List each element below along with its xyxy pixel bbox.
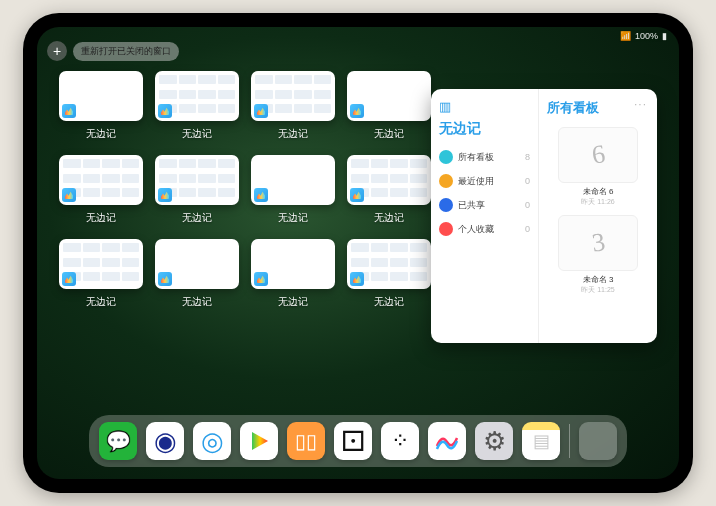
wifi-icon: 📶 (620, 31, 631, 41)
status-bar: 📶 100% ▮ (620, 31, 667, 41)
sidebar-item-label: 所有看板 (458, 151, 494, 164)
sidebar-item-label: 个人收藏 (458, 223, 494, 236)
window-thumbnail-label: 无边记 (374, 295, 404, 309)
window-thumbnail-label: 无边记 (182, 127, 212, 141)
freeform-app-icon (254, 272, 268, 286)
sidebar-item-count: 0 (525, 200, 530, 210)
board-timestamp: 昨天 11:26 (581, 197, 614, 207)
panel-content: 所有看板 6未命名 6昨天 11:263未命名 3昨天 11:25 (539, 89, 657, 343)
window-thumbnail-label: 无边记 (374, 127, 404, 141)
sidebar-item[interactable]: 所有看板8 (439, 150, 530, 164)
freeform-app-icon (62, 104, 76, 118)
window-thumbnail[interactable]: 无边记 (155, 71, 239, 141)
top-controls: + 重新打开已关闭的窗口 (47, 41, 179, 61)
sidebar-item-label: 最近使用 (458, 175, 494, 188)
window-thumbnail-label: 无边记 (86, 295, 116, 309)
window-thumbnail[interactable]: 无边记 (251, 155, 335, 225)
freeform-app-icon (350, 272, 364, 286)
dock-app-notes[interactable]: ▤ (522, 422, 560, 460)
app-switcher-grid: 无边记无边记无边记无边记无边记无边记无边记无边记无边记无边记无边记无边记 (59, 71, 439, 309)
freeform-panel[interactable]: ··· ▥ 无边记 所有看板8最近使用0已共享0个人收藏0 所有看板 6未命名 … (431, 89, 657, 343)
collection-icon (439, 150, 453, 164)
window-thumbnail-label: 无边记 (182, 211, 212, 225)
dock-app-freeform[interactable] (428, 422, 466, 460)
board-name: 未命名 3 (583, 274, 614, 285)
battery-text: 100% (635, 31, 658, 41)
board-timestamp: 昨天 11:25 (581, 285, 614, 295)
dock-app-gamepad[interactable]: ⁘ (381, 422, 419, 460)
sidebar-item-label: 已共享 (458, 199, 485, 212)
window-thumbnail[interactable]: 无边记 (59, 239, 143, 309)
freeform-app-icon (254, 104, 268, 118)
collection-icon (439, 174, 453, 188)
collection-icon (439, 222, 453, 236)
window-thumbnail[interactable]: 无边记 (347, 239, 431, 309)
board-name: 未命名 6 (583, 186, 614, 197)
freeform-app-icon (158, 104, 172, 118)
sidebar-item[interactable]: 个人收藏0 (439, 222, 530, 236)
freeform-app-icon (254, 188, 268, 202)
window-thumbnail[interactable]: 无边记 (155, 155, 239, 225)
window-thumbnail[interactable]: 无边记 (251, 239, 335, 309)
reopen-closed-window-button[interactable]: 重新打开已关闭的窗口 (73, 42, 179, 61)
dock: 💬◉◎▯▯⚀⁘⚙▤ (89, 415, 627, 467)
dock-app-qqbrowser[interactable]: ◎ (193, 422, 231, 460)
window-thumbnail[interactable]: 无边记 (347, 71, 431, 141)
freeform-app-icon (62, 272, 76, 286)
dock-app-wechat[interactable]: 💬 (99, 422, 137, 460)
dock-separator (569, 424, 570, 458)
sidebar-item-count: 8 (525, 152, 530, 162)
window-thumbnail-label: 无边记 (374, 211, 404, 225)
window-thumbnail[interactable]: 无边记 (347, 155, 431, 225)
dock-app-play[interactable] (240, 422, 278, 460)
sidebar-toggle-icon[interactable]: ▥ (439, 99, 530, 114)
collection-icon (439, 198, 453, 212)
panel-sidebar: ▥ 无边记 所有看板8最近使用0已共享0个人收藏0 (431, 89, 539, 343)
sidebar-item[interactable]: 最近使用0 (439, 174, 530, 188)
window-thumbnail-label: 无边记 (86, 127, 116, 141)
window-thumbnail[interactable]: 无边记 (251, 71, 335, 141)
sidebar-item-count: 0 (525, 176, 530, 186)
board-card[interactable]: 6未命名 6昨天 11:26 (547, 127, 649, 207)
freeform-app-icon (158, 272, 172, 286)
board-card[interactable]: 3未命名 3昨天 11:25 (547, 215, 649, 295)
window-thumbnail[interactable]: 无边记 (155, 239, 239, 309)
window-thumbnail-label: 无边记 (86, 211, 116, 225)
window-thumbnail-label: 无边记 (278, 211, 308, 225)
battery-icon: ▮ (662, 31, 667, 41)
window-thumbnail-label: 无边记 (278, 295, 308, 309)
screen: 📶 100% ▮ + 重新打开已关闭的窗口 无边记无边记无边记无边记无边记无边记… (37, 27, 679, 479)
svg-marker-0 (252, 432, 268, 450)
window-thumbnail[interactable]: 无边记 (59, 71, 143, 141)
window-thumbnail[interactable]: 无边记 (59, 155, 143, 225)
window-thumbnail-label: 无边记 (278, 127, 308, 141)
dock-app-books[interactable]: ▯▯ (287, 422, 325, 460)
board-preview-scribble: 3 (589, 227, 606, 259)
more-icon[interactable]: ··· (634, 97, 647, 111)
panel-left-title: 无边记 (439, 120, 530, 138)
freeform-app-icon (62, 188, 76, 202)
dock-recent-folder[interactable] (579, 422, 617, 460)
dock-app-dice[interactable]: ⚀ (334, 422, 372, 460)
dock-app-quark[interactable]: ◉ (146, 422, 184, 460)
freeform-app-icon (158, 188, 172, 202)
window-thumbnail-label: 无边记 (182, 295, 212, 309)
board-preview-scribble: 6 (589, 139, 606, 171)
freeform-app-icon (350, 188, 364, 202)
new-window-button[interactable]: + (47, 41, 67, 61)
sidebar-item[interactable]: 已共享0 (439, 198, 530, 212)
dock-app-settings[interactable]: ⚙ (475, 422, 513, 460)
sidebar-item-count: 0 (525, 224, 530, 234)
ipad-frame: 📶 100% ▮ + 重新打开已关闭的窗口 无边记无边记无边记无边记无边记无边记… (23, 13, 693, 493)
freeform-app-icon (350, 104, 364, 118)
